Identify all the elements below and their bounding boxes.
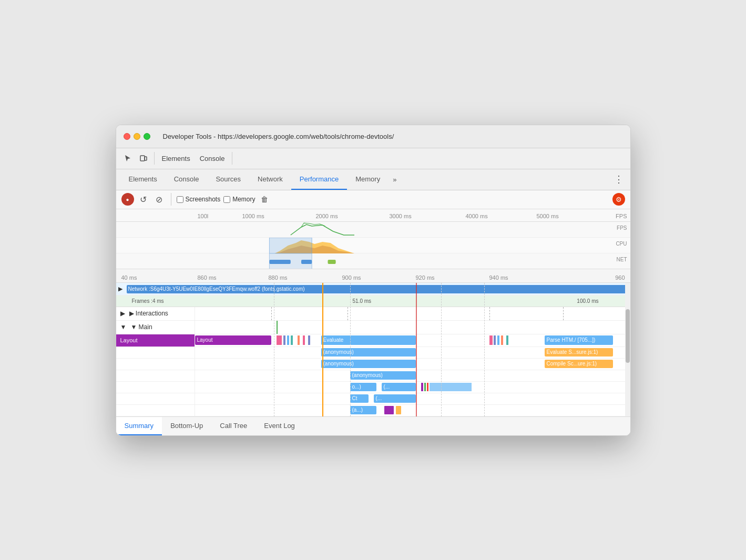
anon1-text: (anonymous) [323, 349, 354, 355]
tab-memory[interactable]: Memory [347, 169, 389, 190]
main-label[interactable]: ▼ ▼ Main [116, 321, 195, 334]
eval-s-text: Evaluate S...sure.js:1) [547, 349, 598, 355]
layout-content: Layout Evaluate [195, 334, 630, 347]
block-orange-1[interactable] [298, 335, 300, 345]
detail-ruler: 40 ms 860 ms 880 ms 900 ms 920 ms 940 ms… [116, 269, 630, 283]
record-icon: ● [126, 197, 129, 202]
anon3-content: (anonymous) [195, 370, 630, 381]
o-label [116, 382, 195, 393]
interactions-text: ▶ Interactions [129, 310, 168, 317]
compile-block[interactable]: Compile Sc...ure.js:1) [545, 360, 613, 368]
memory-label-text: Memory [232, 196, 255, 203]
reload-button[interactable]: ↺ [137, 193, 150, 206]
ellipsis1-block[interactable]: (... [382, 383, 416, 391]
block-pink-2[interactable] [303, 335, 305, 345]
tab-menu-btn[interactable]: ⋮ [611, 169, 626, 190]
ellipsis2-block[interactable]: (... [374, 394, 416, 403]
block-blue-1[interactable] [287, 335, 289, 345]
tab-call-tree[interactable]: Call Tree [211, 417, 256, 435]
a-text: (a...) [352, 407, 363, 413]
interactions-label[interactable]: ▶ ▶ Interactions [116, 307, 195, 320]
tab-bottom-up[interactable]: Bottom-Up [162, 417, 211, 435]
ct-content: Ct (... [195, 393, 630, 404]
evaluate-block[interactable]: Evaluate [321, 335, 416, 345]
anon3-block[interactable]: (anonymous) [350, 371, 416, 380]
track-rows-area: ▶ Network :S6g4U3t-Y5UEw0IE80IlgEseQY3FE… [116, 283, 630, 416]
screenshots-checkbox-label[interactable]: Screenshots [177, 196, 221, 203]
event-log-label: Event Log [264, 422, 295, 430]
tab-elements[interactable]: Elements [158, 155, 195, 162]
trash-icon[interactable]: 🗑 [261, 195, 268, 203]
anon1-content: (anonymous) Evaluate S...sure.js:1) [195, 347, 630, 358]
svg-rect-1 [145, 157, 147, 160]
block-r3[interactable] [497, 335, 499, 345]
svg-rect-4 [269, 238, 312, 253]
screenshots-checkbox[interactable] [177, 196, 183, 203]
minimize-button[interactable] [134, 133, 140, 140]
tab-performance[interactable]: Performance [291, 169, 347, 190]
block-r4[interactable] [501, 335, 503, 345]
tab-console[interactable]: Console [196, 155, 229, 162]
block-r5[interactable] [506, 335, 508, 345]
block-indigo-1[interactable] [283, 335, 285, 345]
clear-button[interactable]: ⊘ [153, 193, 166, 206]
summary-label: Summary [125, 422, 154, 430]
maximize-button[interactable] [144, 133, 150, 140]
layout-label: Layout [116, 334, 195, 347]
traffic-lights [124, 133, 150, 140]
memory-checkbox[interactable] [223, 196, 230, 203]
anon1-block[interactable]: (anonymous) [321, 348, 416, 357]
overview-area[interactable]: FPS CPU NET [116, 222, 630, 269]
a-block[interactable]: (a...) [350, 406, 376, 414]
scrollbar-thumb[interactable] [626, 309, 630, 363]
parse-block[interactable]: Parse HTM./ [705...]) [545, 335, 613, 345]
main-arrow: ▼ [120, 323, 127, 331]
main-text: ▼ Main [130, 323, 152, 331]
tab-console[interactable]: Console [166, 169, 208, 190]
tab-sources[interactable]: Sources [207, 169, 249, 190]
o-text: o...) [352, 384, 361, 390]
tab-more[interactable]: » [389, 169, 401, 190]
layout-text: Layout [120, 337, 138, 343]
anon3-label [116, 370, 195, 381]
device-toggle-btn[interactable] [136, 151, 151, 166]
block-ind-2[interactable] [308, 335, 310, 345]
block-r1[interactable] [489, 335, 493, 345]
memory-checkbox-label[interactable]: Memory [223, 196, 255, 203]
tab-summary[interactable]: Summary [116, 417, 162, 435]
frames-label [116, 296, 127, 307]
dr-6: 960 [615, 274, 625, 281]
close-button[interactable] [124, 133, 130, 140]
interactions-arrow: ▶ [120, 310, 125, 317]
block-teal-1[interactable] [291, 335, 293, 345]
divider2 [232, 152, 232, 165]
layout-block[interactable]: Layout [195, 335, 271, 345]
sm-block-1 [421, 383, 423, 391]
ruler-label-2: 2000 ms [316, 213, 338, 219]
record-button[interactable]: ● [121, 193, 134, 206]
tab-event-log[interactable]: Event Log [256, 417, 303, 435]
ct-block[interactable]: Ct [350, 394, 369, 403]
settings-gear-btn[interactable]: ⚙ [612, 193, 625, 206]
frames-data-0: Frames :4 ms [132, 298, 164, 304]
network-track-row: ▶ Network :S6g4U3t-Y5UEw0IE80IlgEseQY3FE… [116, 283, 630, 296]
a-purple [384, 406, 394, 414]
ruler-label-4: 4000 ms [466, 213, 488, 219]
layout-row: Layout Layout E [116, 334, 630, 347]
network-track-label[interactable]: ▶ [116, 283, 127, 295]
tab-elements[interactable]: Elements [120, 169, 166, 190]
block-pink-1[interactable] [277, 335, 282, 345]
block-r2[interactable] [494, 335, 496, 345]
bottom-tabs: Summary Bottom-Up Call Tree Event Log [116, 416, 630, 435]
tab-network[interactable]: Network [249, 169, 291, 190]
a-yellow [396, 406, 401, 414]
divider3 [171, 193, 171, 206]
anon2-block[interactable]: (anonymous) [321, 360, 416, 368]
scrollbar-track[interactable] [625, 283, 630, 416]
network-track-content: Network :S6g4U3t-Y5UEw0IE80IlgEseQY3FEmq… [127, 283, 630, 295]
green-indicator [277, 321, 278, 334]
eval-s-block[interactable]: Evaluate S...sure.js:1) [545, 348, 613, 357]
cursor-icon-btn[interactable] [120, 151, 135, 166]
compile-text: Compile Sc...ure.js:1) [547, 361, 597, 366]
o-block[interactable]: o...) [350, 383, 376, 391]
